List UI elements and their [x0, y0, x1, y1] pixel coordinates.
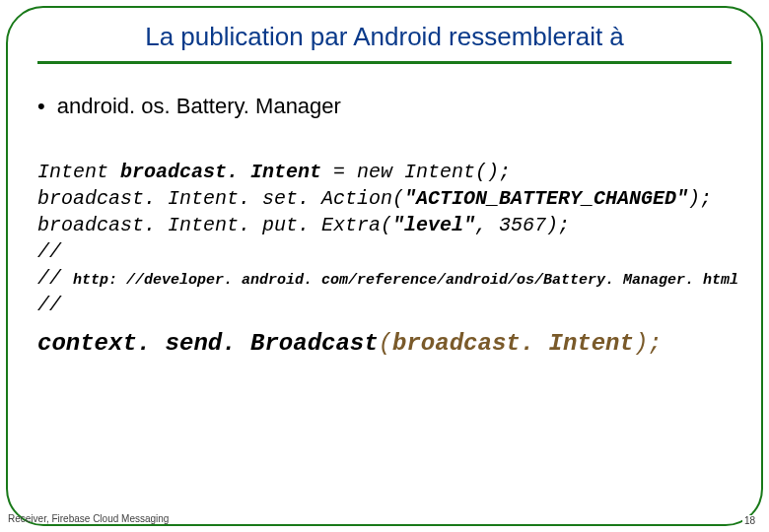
bigcode-b: (	[379, 330, 392, 357]
code-l3b: "level"	[392, 214, 475, 236]
code-l6: //	[37, 294, 61, 316]
code-l3c: , 3567);	[475, 214, 570, 236]
code-l4: //	[37, 240, 61, 263]
bullet-marker: •	[37, 94, 45, 119]
bigcode-d: );	[634, 330, 663, 357]
bullet-item: • android. os. Battery. Manager	[37, 94, 732, 119]
code-block: Intent broadcast. Intent = new Intent();…	[37, 159, 732, 318]
code-l1c: = new Intent();	[321, 161, 511, 183]
code-l1a: Intent	[37, 161, 120, 183]
code-l5a: //	[37, 267, 73, 290]
bigcode-c: broadcast. Intent	[392, 330, 634, 357]
slide-title: La publication par Android ressemblerait…	[0, 22, 769, 52]
title-underline	[37, 61, 732, 64]
code-l2c: );	[688, 187, 712, 210]
code-l2b: "ACTION_BATTERY_CHANGED"	[404, 187, 688, 210]
code-l1b: broadcast. Intent	[120, 161, 321, 183]
slide-content: • android. os. Battery. Manager Intent b…	[37, 94, 732, 357]
bullet-text: android. os. Battery. Manager	[57, 94, 341, 119]
footer-text: Receiver, Firebase Cloud Messaging	[8, 513, 169, 524]
code-l2a: broadcast. Intent. set. Action(	[37, 187, 404, 210]
code-l3a: broadcast. Intent. put. Extra(	[37, 214, 392, 236]
page-number: 18	[742, 515, 757, 526]
big-code-line: context. send. Broadcast(broadcast. Inte…	[37, 330, 732, 357]
bigcode-a: context. send. Broadcast	[37, 330, 379, 357]
code-url: http: //developer. android. com/referenc…	[73, 272, 738, 289]
